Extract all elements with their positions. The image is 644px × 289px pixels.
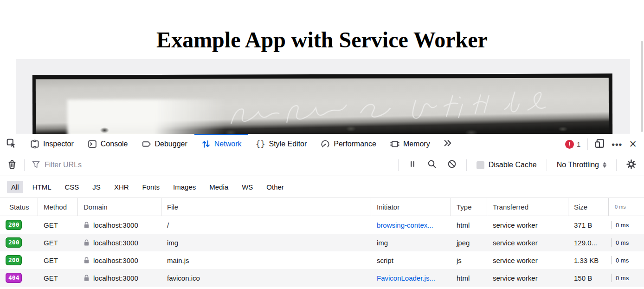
type-cell: html: [451, 274, 487, 282]
tabbar-right-controls: ! 1 ••• ×: [565, 134, 644, 154]
tab-debugger[interactable]: Debugger: [135, 134, 194, 154]
disable-cache-control: Disable Cache: [477, 161, 537, 169]
lock-icon: [84, 239, 90, 246]
type-filter-images[interactable]: Images: [169, 181, 200, 193]
separator: [398, 159, 399, 171]
domain-cell: localhost:3000: [78, 256, 161, 264]
column-header-type[interactable]: Type: [451, 198, 487, 216]
page-title: Example App with Service Worker: [0, 28, 644, 53]
tab-console[interactable]: Console: [81, 134, 135, 154]
domain-cell: localhost:3000: [78, 239, 161, 247]
column-header-initiator[interactable]: Initiator: [371, 198, 451, 216]
close-devtools-button[interactable]: ×: [629, 138, 637, 151]
disable-cache-checkbox[interactable]: [477, 161, 484, 169]
tab-label: Memory: [403, 140, 430, 148]
status-badge: 404: [6, 273, 22, 282]
pick-element-icon: [6, 138, 16, 150]
method-cell: GET: [38, 221, 78, 229]
error-count-button[interactable]: ! 1: [565, 140, 580, 149]
type-filter-js[interactable]: JS: [88, 181, 105, 193]
column-header-size[interactable]: Size: [568, 198, 609, 216]
file-cell: img: [161, 239, 371, 247]
type-filter-media[interactable]: Media: [205, 181, 232, 193]
performance-icon: [321, 139, 330, 149]
time-text: 0 ms: [616, 222, 629, 229]
timeline-cell: 0 ms: [609, 234, 644, 251]
domain-text: localhost:3000: [93, 239, 138, 247]
table-row[interactable]: 200 GET localhost:3000 main.js script js…: [0, 251, 644, 269]
status-badge: 200: [6, 237, 22, 247]
network-icon: [201, 139, 211, 149]
throttling-value: No Throttling: [557, 161, 599, 169]
gear-icon: [626, 159, 636, 171]
domain-text: localhost:3000: [93, 221, 138, 229]
tab-style-editor[interactable]: {} Style Editor: [248, 134, 314, 154]
inspector-icon: [30, 139, 39, 149]
status-cell: 200: [0, 255, 38, 265]
table-header-row: Status Method Domain File Initiator Type…: [0, 198, 644, 216]
initiator-link[interactable]: FaviconLoader.js...: [377, 274, 435, 282]
requests-table: Status Method Domain File Initiator Type…: [0, 198, 644, 287]
tab-label: Network: [214, 140, 242, 148]
throttling-dropdown[interactable]: No Throttling: [557, 161, 606, 169]
tab-performance[interactable]: Performance: [314, 134, 383, 154]
tab-label: Inspector: [43, 140, 74, 148]
transferred-cell: service worker: [487, 221, 568, 229]
double-chevron-icon: [443, 138, 453, 150]
page-scrollbar[interactable]: [641, 41, 643, 132]
initiator-cell: browsing-contex...: [371, 221, 451, 229]
network-settings-button[interactable]: [626, 159, 636, 171]
tab-memory[interactable]: Memory: [383, 134, 437, 154]
size-cell: 150 B: [568, 274, 609, 282]
type-filter-ws[interactable]: WS: [238, 181, 257, 193]
photo-image: [32, 73, 612, 134]
trash-icon: [7, 159, 17, 171]
block-requests-button[interactable]: [447, 159, 457, 171]
tab-label: Console: [101, 140, 128, 148]
debugger-icon: [142, 139, 151, 149]
responsive-design-mode-button[interactable]: [595, 138, 605, 150]
table-row[interactable]: 404 GET localhost:3000 favicon.ico Favic…: [0, 269, 644, 287]
type-filter-xhr[interactable]: XHR: [110, 181, 133, 193]
type-cell: jpeg: [451, 239, 487, 247]
search-button[interactable]: [427, 159, 437, 171]
type-filter-fonts[interactable]: Fonts: [138, 181, 164, 193]
devtools-menu-button[interactable]: •••: [612, 140, 622, 149]
tab-network[interactable]: Network: [194, 134, 249, 154]
toolbar-right-controls: Disable Cache No Throttling: [399, 159, 644, 171]
column-header-transferred[interactable]: Transferred: [487, 198, 568, 216]
clear-requests-button[interactable]: [0, 159, 24, 171]
devtools-tabs: Inspector Console Debugger Network {} St…: [23, 134, 437, 154]
table-row[interactable]: 200 GET localhost:3000 / browsing-contex…: [0, 216, 644, 234]
column-header-domain[interactable]: Domain: [78, 198, 161, 216]
table-row[interactable]: 200 GET localhost:3000 img img jpeg serv…: [0, 234, 644, 251]
initiator-link[interactable]: browsing-contex...: [377, 221, 433, 229]
type-cell: js: [451, 256, 487, 264]
pause-recording-button[interactable]: [408, 160, 417, 170]
type-cell: html: [451, 221, 487, 229]
pause-icon: [408, 160, 417, 170]
column-header-file[interactable]: File: [161, 198, 371, 216]
column-header-timeline[interactable]: 0 ms: [609, 198, 644, 216]
timeline-tick: [611, 221, 612, 229]
initiator-text: script: [377, 256, 393, 264]
more-tabs-button[interactable]: [437, 134, 458, 154]
console-icon: [88, 139, 97, 149]
filter-urls-placeholder: Filter URLs: [45, 161, 82, 169]
column-header-method[interactable]: Method: [38, 198, 78, 216]
column-header-status[interactable]: Status: [0, 198, 38, 216]
method-cell: GET: [38, 256, 78, 264]
pick-element-button[interactable]: [0, 134, 23, 154]
tab-inspector[interactable]: Inspector: [23, 134, 81, 154]
type-filter-all[interactable]: All: [7, 181, 23, 193]
type-filter-css[interactable]: CSS: [61, 181, 84, 193]
separator: [547, 159, 547, 171]
filter-urls-input[interactable]: Filter URLs: [25, 160, 399, 171]
type-filter-html[interactable]: HTML: [28, 181, 56, 193]
status-cell: 404: [0, 273, 38, 282]
type-filter-other[interactable]: Other: [262, 181, 288, 193]
svg-text:{}: {}: [256, 139, 265, 149]
tab-label: Performance: [334, 140, 376, 148]
timeline-cell: 0 ms: [609, 269, 644, 287]
timeline-cell: 0 ms: [609, 216, 644, 234]
